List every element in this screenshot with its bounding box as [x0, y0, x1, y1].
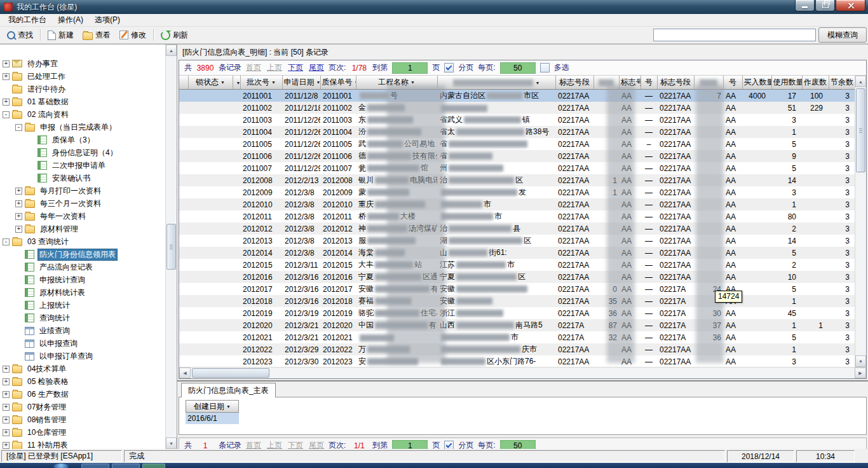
tree-item[interactable]: 二次申报申请单 — [0, 159, 166, 172]
column-header[interactable] — [593, 76, 619, 90]
find-button[interactable]: 查找 — [3, 28, 37, 43]
table-row[interactable]: 20120102012/3/82012010重庆市02217AAAA—02217… — [179, 198, 855, 210]
table-row[interactable]: 20120152012/3/112012015大丰站江苏市02217AAAA—0… — [179, 259, 855, 271]
scrollbar-track[interactable] — [191, 368, 855, 378]
table-row[interactable]: 20110022011/12/182011002金02217AAAA—02217… — [179, 102, 855, 114]
expand-toggle-icon[interactable]: - — [3, 111, 10, 118]
taskbar-button[interactable] — [112, 464, 140, 468]
expand-toggle-icon[interactable]: + — [3, 378, 10, 385]
column-header[interactable]: 号 — [641, 76, 657, 90]
tree-item[interactable]: -03 查询统计 — [0, 235, 166, 248]
column-header[interactable]: 质保单号▼ — [320, 76, 356, 90]
tree-item[interactable]: 原材料统计表 — [0, 286, 166, 299]
column-header[interactable]: 号 — [723, 76, 742, 90]
table-row[interactable]: 20120142012/3/82012014海棠山街61:02217AAAA—0… — [179, 247, 855, 259]
tree-item[interactable]: 以申报订单查询 — [0, 350, 166, 362]
table-row[interactable]: 20110012011/12/82011001号内蒙古自治区市区02217AAA… — [179, 90, 855, 102]
tree-item[interactable]: 身份信息证明（4） — [0, 146, 166, 159]
expand-toggle-icon[interactable]: + — [15, 213, 22, 220]
refresh-button[interactable]: 刷新 — [156, 28, 193, 43]
column-header[interactable]: ▼ — [233, 76, 240, 90]
table-row[interactable]: 20120122012/3/82012012神汤湾煤矿治县02217AAAA—0… — [179, 223, 855, 235]
tree-item[interactable]: +04技术算单 — [0, 362, 166, 375]
expand-toggle-icon[interactable]: - — [15, 124, 22, 131]
table-row[interactable]: 20120092012/3/82012009蒙发02217AA1AA—02217… — [179, 186, 855, 198]
tree-item[interactable]: +01 基础数据 — [0, 95, 166, 108]
table-row[interactable]: 20120222012/3/292012022万庆市02217AAAA—0221… — [179, 343, 855, 355]
pager-link[interactable]: 上页 — [267, 62, 282, 73]
fuzzy-query-button[interactable]: 模糊查询 — [818, 27, 867, 43]
expand-toggle-icon[interactable]: + — [3, 366, 10, 373]
master-row-cell[interactable]: 2016/6/1 — [186, 413, 239, 424]
menu-item[interactable]: 操作(A) — [52, 13, 89, 27]
expand-toggle-icon[interactable]: + — [3, 416, 10, 423]
column-header[interactable]: 工程名称▼ — [356, 76, 437, 90]
scrollbar-thumb[interactable] — [192, 368, 269, 378]
column-header[interactable]: 批次号▼ — [240, 76, 282, 90]
windows-taskbar[interactable] — [0, 463, 868, 468]
tree-item[interactable]: 质保单（3） — [0, 134, 166, 146]
multi-select-checkbox[interactable] — [540, 63, 550, 72]
close-button[interactable] — [836, 0, 865, 11]
tree-item[interactable]: -申报（当日完成表单） — [0, 121, 166, 134]
menu-item[interactable]: 选项(P) — [89, 13, 126, 27]
column-header[interactable]: 买入数量 — [742, 76, 771, 90]
pager-link[interactable]: 尾页 — [309, 62, 324, 73]
table-row[interactable]: 20110072011/12/292011007瓮馆州02217AAAA—022… — [179, 162, 855, 174]
tree-item[interactable]: +每三个月一次资料 — [0, 197, 166, 210]
sidebar-scrollbar[interactable]: ▲ ▼ — [165, 45, 177, 449]
tree-item[interactable]: +06 生产数据 — [0, 388, 166, 401]
tree-item[interactable]: +07财务管理 — [0, 401, 166, 413]
scroll-up-icon[interactable]: ▲ — [166, 45, 177, 56]
tree-item[interactable]: 以申报查询 — [0, 337, 166, 350]
column-header[interactable]: 标志号段 — [555, 76, 593, 90]
scrollbar-track[interactable] — [855, 87, 866, 355]
scroll-right-icon[interactable]: ▶ — [855, 368, 866, 378]
paging-checkbox[interactable] — [444, 63, 454, 72]
per-page-input[interactable]: 50 — [500, 62, 536, 74]
goto-page-input[interactable]: 1 — [392, 440, 428, 450]
table-row[interactable]: 20120192012/3/192012019骆驼住宅小区三:浙江02217AA… — [179, 307, 855, 319]
tree-item[interactable]: 上报统计 — [0, 299, 166, 312]
tree-item[interactable]: -02 流向资料 — [0, 108, 166, 121]
expand-toggle-icon[interactable]: + — [15, 200, 22, 207]
table-horizontal-scrollbar[interactable]: ◀ ▶ — [179, 367, 866, 378]
column-header[interactable]: 节余数 — [829, 76, 855, 90]
menu-item[interactable]: 我的工作台 — [3, 13, 52, 27]
column-header[interactable] — [179, 76, 188, 90]
restore-button[interactable] — [815, 0, 835, 11]
tree-item[interactable]: +每年一次资料 — [0, 210, 166, 223]
pager-link[interactable]: 首页 — [246, 440, 261, 449]
expand-toggle-icon[interactable]: - — [3, 238, 10, 245]
pager-link[interactable]: 下页 — [288, 440, 303, 449]
column-header[interactable]: 申请日期▼ — [282, 76, 320, 90]
table-row[interactable]: 20110042011/12/262011004汾省太路38号02217AAAA… — [179, 126, 855, 138]
table-row[interactable]: 20120112012/3/82012011桥大楼市02217AAAA—0221… — [179, 210, 855, 223]
table-row[interactable]: 20120202012/3/212012020中国有限山西南马路502217A8… — [179, 319, 855, 331]
tree-item[interactable]: +08销售管理 — [0, 413, 166, 426]
taskbar-button[interactable] — [81, 464, 109, 468]
tree-item[interactable]: +11 补助用表 — [0, 439, 166, 449]
table-row[interactable]: 20120172012/3/162012017安徽有限公司皖安徽02217AA0… — [179, 283, 855, 295]
expand-toggle-icon[interactable]: + — [3, 391, 10, 398]
tree-item[interactable]: 业绩查询 — [0, 324, 166, 337]
scrollbar-thumb[interactable] — [856, 88, 865, 172]
expand-toggle-icon[interactable]: + — [3, 73, 10, 80]
tree-item[interactable]: +待办事宜 — [0, 57, 166, 70]
tree-item[interactable]: +05 检验表格 — [0, 375, 166, 388]
tree-item[interactable]: +10仓库管理 — [0, 426, 166, 439]
tab-master-table[interactable]: 防火门信息流向表_主表 — [181, 383, 276, 397]
pager-link[interactable]: 上页 — [267, 440, 282, 449]
modify-button[interactable]: 修改 — [115, 28, 151, 43]
column-header-create-date[interactable]: 创建日期▼ — [186, 400, 239, 413]
tree-item[interactable]: 防火门身份信息领用表 — [0, 248, 166, 261]
paging-checkbox[interactable] — [444, 441, 454, 449]
per-page-input[interactable]: 50 — [500, 440, 536, 450]
expand-toggle-icon[interactable]: + — [3, 442, 10, 449]
taskbar-button[interactable] — [142, 464, 165, 468]
scroll-left-icon[interactable]: ◀ — [179, 368, 191, 378]
resize-grip[interactable] — [857, 450, 867, 462]
table-row[interactable]: 20120182012/3/162012018赛福安徽02217AA35AA—0… — [179, 295, 855, 307]
table-row[interactable]: 20120212012/3/212012021市02217A32AA—02217… — [179, 331, 855, 343]
tree-item[interactable]: 申报统计查询 — [0, 273, 166, 286]
